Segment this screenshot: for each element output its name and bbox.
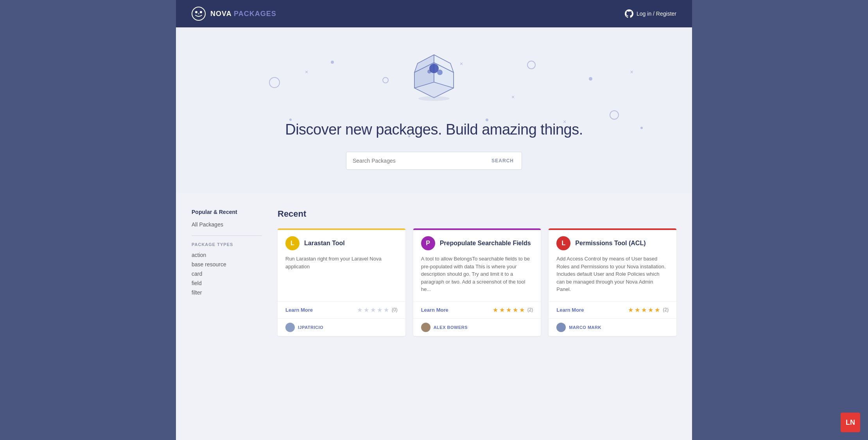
sidebar-divider — [192, 235, 262, 236]
navbar: NOVA PACKAGES Log in / Register — [176, 0, 692, 27]
card-avatar-prepopulate: P — [421, 236, 435, 250]
sidebar-type-field[interactable]: field — [192, 279, 262, 287]
sidebar-package-types-label: PACKAGE TYPES — [192, 242, 262, 247]
stars-larastan: ★ ★ ★ ★ ★ (0) — [357, 306, 398, 314]
card-desc-larastan: Run Larastan right from your Laravel Nov… — [285, 255, 398, 270]
corner-badge: LN — [841, 413, 860, 432]
svg-point-3 — [198, 13, 199, 14]
card-footer-prepopulate: Learn More ★ ★ ★ ★ ★ (2) — [413, 301, 541, 318]
card-footer-larastan: Learn More ★ ★ ★ ★ ★ (0) — [278, 301, 405, 318]
card-header-larastan: L Larastan Tool — [285, 236, 398, 250]
packages-section: Recent L Larastan Tool Run Larastan righ… — [278, 209, 676, 336]
card-header-prepopulate: P Prepopulate Searchable Fields — [421, 236, 533, 250]
card-author-larastan: IJPATRICIO — [278, 318, 405, 336]
brand-packages: PACKAGES — [234, 10, 276, 18]
author-avatar-prepopulate — [421, 323, 430, 332]
sidebar-type-card[interactable]: card — [192, 269, 262, 278]
package-card-permissions: L Permissions Tool (ACL) Add Access Cont… — [549, 228, 676, 336]
svg-point-12 — [418, 96, 450, 101]
card-avatar-permissions: L — [556, 236, 570, 250]
search-button[interactable]: SEARCH — [484, 152, 522, 169]
card-desc-prepopulate: A tool to allow BelongsTo searchable fie… — [421, 255, 533, 293]
author-avatar-larastan — [285, 323, 295, 332]
hero-title: Discover new packages. Build amazing thi… — [192, 121, 676, 138]
stars-permissions: ★ ★ ★ ★ ★ (2) — [628, 306, 669, 314]
learn-more-permissions[interactable]: Learn More — [556, 307, 584, 313]
card-body-prepopulate: P Prepopulate Searchable Fields A tool t… — [413, 228, 541, 301]
hero-illustration — [395, 47, 473, 110]
learn-more-larastan[interactable]: Learn More — [285, 307, 313, 313]
card-desc-permissions: Add Access Control by means of User base… — [556, 255, 669, 293]
main-content: Popular & Recent All Packages PACKAGE TY… — [176, 193, 692, 352]
brand-icon — [192, 7, 206, 21]
author-name-permissions: MARCO MARK — [569, 325, 601, 330]
rating-count-permissions: (2) — [663, 307, 669, 312]
sidebar-popular-recent: Popular & Recent — [192, 209, 262, 215]
sidebar-type-action[interactable]: action — [192, 251, 262, 259]
hero-section: × × × × × × — [176, 27, 692, 193]
sidebar-all-packages[interactable]: All Packages — [192, 220, 262, 229]
search-input[interactable] — [346, 152, 484, 169]
card-body-permissions: L Permissions Tool (ACL) Add Access Cont… — [549, 228, 676, 301]
package-card-larastan: L Larastan Tool Run Larastan right from … — [278, 228, 405, 336]
card-title-prepopulate: Prepopulate Searchable Fields — [440, 240, 531, 247]
brand-logo-link[interactable]: NOVA PACKAGES — [192, 7, 276, 21]
author-name-prepopulate: ALEX BOWERS — [434, 325, 468, 330]
search-form: SEARCH — [346, 152, 522, 170]
svg-point-11 — [427, 70, 431, 74]
sidebar: Popular & Recent All Packages PACKAGE TY… — [192, 209, 262, 336]
svg-point-1 — [195, 11, 197, 13]
learn-more-prepopulate[interactable]: Learn More — [421, 307, 448, 313]
rating-count-prepopulate: (2) — [527, 307, 533, 312]
author-name-larastan: IJPATRICIO — [298, 325, 323, 330]
package-card-prepopulate: P Prepopulate Searchable Fields A tool t… — [413, 228, 541, 336]
card-avatar-larastan: L — [285, 236, 299, 250]
login-link[interactable]: Log in / Register — [625, 9, 676, 18]
github-icon — [625, 9, 633, 18]
packages-grid: L Larastan Tool Run Larastan right from … — [278, 228, 676, 336]
sidebar-type-filter[interactable]: filter — [192, 288, 262, 297]
card-body-larastan: L Larastan Tool Run Larastan right from … — [278, 228, 405, 301]
card-author-permissions: MARCO MARK — [549, 318, 676, 336]
card-footer-permissions: Learn More ★ ★ ★ ★ ★ (2) — [549, 301, 676, 318]
login-label: Log in / Register — [637, 11, 676, 17]
card-title-larastan: Larastan Tool — [304, 240, 345, 247]
svg-point-10 — [437, 70, 443, 75]
author-avatar-permissions — [556, 323, 566, 332]
stars-prepopulate: ★ ★ ★ ★ ★ (2) — [493, 306, 533, 314]
brand-nova: NOVA — [210, 10, 231, 18]
card-header-permissions: L Permissions Tool (ACL) — [556, 236, 669, 250]
recent-section-title: Recent — [278, 209, 676, 219]
card-author-prepopulate: ALEX BOWERS — [413, 318, 541, 336]
sidebar-type-base-resource[interactable]: base resource — [192, 260, 262, 269]
rating-count-larastan: (0) — [392, 307, 398, 312]
svg-point-2 — [200, 11, 202, 13]
card-title-permissions: Permissions Tool (ACL) — [575, 240, 646, 247]
